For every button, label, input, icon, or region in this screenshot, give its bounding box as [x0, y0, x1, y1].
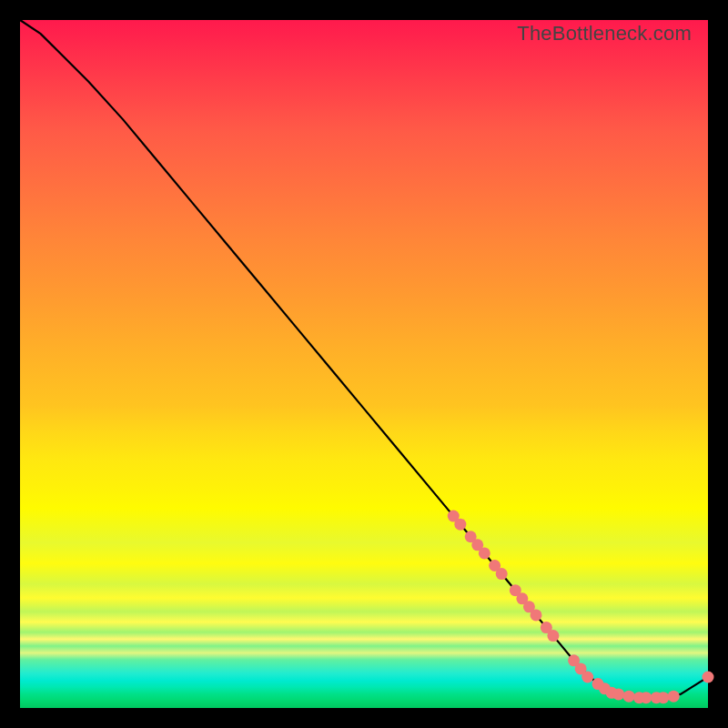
curve-marker	[479, 547, 490, 559]
curve-marker	[496, 568, 508, 580]
curve-marker	[703, 671, 714, 682]
curve-marker	[640, 692, 652, 703]
curve-marker	[623, 691, 635, 703]
curve-marker	[668, 691, 680, 703]
chart-container: TheBottleneck.com	[0, 0, 728, 728]
chart-svg	[20, 20, 708, 708]
curve-marker	[657, 692, 669, 703]
curve-marker	[547, 630, 559, 642]
curve-line	[20, 20, 708, 698]
curve-marker	[531, 609, 542, 621]
marker-group	[448, 511, 714, 704]
curve-marker	[581, 671, 593, 682]
curve-marker	[612, 688, 624, 700]
curve-marker	[454, 519, 466, 531]
plot-area: TheBottleneck.com	[20, 20, 708, 708]
